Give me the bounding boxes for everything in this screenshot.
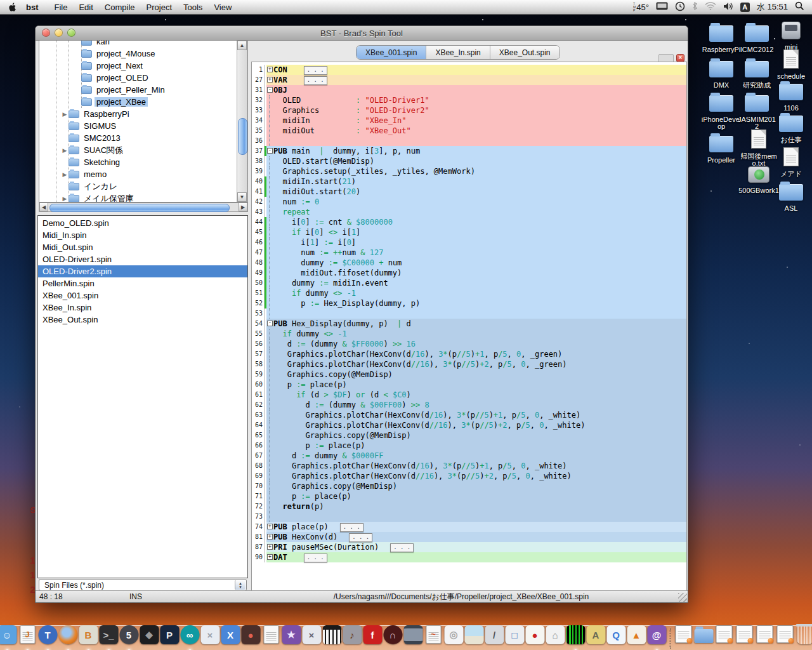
code-line-87[interactable]: 87+PRI pauseMSec(Duration). . . <box>252 542 686 552</box>
fold-toggle[interactable]: + <box>266 75 273 85</box>
close-window-button[interactable] <box>42 29 50 37</box>
desktop-icon-Propeller[interactable]: Propeller <box>701 136 742 164</box>
tree-hscroll-thumb[interactable] <box>49 204 230 212</box>
code-line-81[interactable]: 81+PUB HexConv(d). . . <box>252 532 686 542</box>
collapsed-code-button[interactable]: . . . <box>349 533 372 542</box>
dock-iphoto[interactable] <box>464 625 484 649</box>
tab-XBee_001.spin[interactable]: XBee_001.spin <box>357 46 426 59</box>
zoom-window-button[interactable] <box>67 29 75 37</box>
dock-vise-app[interactable]: ● <box>241 625 261 649</box>
code-line-70[interactable]: 70 Graphics.copy(@MemDisp) <box>252 481 686 491</box>
disclosure-triangle-icon[interactable]: ▶ <box>61 171 69 178</box>
code-line-71[interactable]: 71 p := place(p) <box>252 491 686 501</box>
tree-scroll-thumb[interactable] <box>238 118 247 155</box>
code-line-36[interactable]: 36 <box>252 136 686 146</box>
code-line-69[interactable]: 69 Graphics.plotChar(HexConv(d//16), 3*(… <box>252 471 686 481</box>
dock-pinwheel-app[interactable]: × <box>200 625 220 649</box>
dock-vlc[interactable]: ▲ <box>627 625 646 649</box>
file-item-OLED-Driver1.spin[interactable]: OLED-Driver1.spin <box>38 253 247 265</box>
dock-pepper-app[interactable]: ● <box>525 625 545 649</box>
tree-item-project_4Mouse[interactable]: project_4Mouse <box>39 48 237 60</box>
code-line-38[interactable]: 38 OLED.start(@MemDisp) <box>252 156 686 166</box>
dock-xcode[interactable]: X <box>221 625 240 649</box>
dock-midi-keyboard[interactable] <box>322 625 342 649</box>
menu-project[interactable]: Project <box>147 3 172 12</box>
code-line-33[interactable]: 33 Graphics : "OLED-Driver2" <box>252 105 686 116</box>
scroll-down-arrow[interactable]: ▼ <box>237 192 247 202</box>
tree-vertical-scrollbar[interactable]: ▲ ▼ <box>237 41 247 202</box>
dock-finder[interactable]: ☺ <box>0 625 17 649</box>
menu-tools[interactable]: Tools <box>183 3 202 12</box>
minimize-window-button[interactable] <box>55 29 63 37</box>
dock-bst[interactable]: B <box>79 625 98 649</box>
dock-purple-app[interactable]: ★ <box>282 625 301 649</box>
disclosure-triangle-icon[interactable]: ▶ <box>61 196 69 202</box>
spotlight-icon[interactable] <box>795 1 804 13</box>
desktop-icon-ASL[interactable]: ASL <box>771 184 811 212</box>
tree-item-SIGMUS[interactable]: SIGMUS <box>39 120 237 132</box>
file-item-PellerMin.spin[interactable]: PellerMin.spin <box>38 277 247 289</box>
code-line-47[interactable]: 47 num := ++num & 127 <box>252 248 686 258</box>
dock-min-window-1[interactable] <box>674 625 693 649</box>
tree-item-kari[interactable]: kari <box>39 40 237 48</box>
disclosure-triangle-icon[interactable]: ▶ <box>61 111 69 117</box>
window-title-bar[interactable]: BST - Brad's Spin Tool <box>36 26 688 41</box>
fold-toggle[interactable]: + <box>266 65 273 75</box>
time-machine-icon[interactable] <box>675 1 685 13</box>
tree-item-インカレ[interactable]: インカレ <box>39 180 237 192</box>
dock-min-folder[interactable] <box>694 625 714 649</box>
dock-journler[interactable]: J <box>18 625 37 649</box>
dock-min-window-3[interactable] <box>735 625 754 649</box>
dock-ipod[interactable]: ◎ <box>444 625 464 649</box>
dock-flash[interactable]: f <box>363 625 383 649</box>
code-line-32[interactable]: 32 OLED : "OLED-Driver1" <box>252 95 686 105</box>
dock-text-editor[interactable] <box>261 625 281 649</box>
code-line-66[interactable]: 66 p := place(p) <box>252 441 686 451</box>
apple-menu[interactable] <box>9 3 17 12</box>
code-line-40[interactable]: 40 midiIn.start(21) <box>252 176 686 187</box>
code-line-48[interactable]: 48 dummy := $C00000 + num <box>252 258 686 268</box>
tree-item-RaspberryPi[interactable]: ▶RaspberryPi <box>39 108 237 120</box>
dock-spectrum-analyzer[interactable] <box>566 625 586 649</box>
code-line-44[interactable]: 44 i[0] := cnt & $8000000 <box>252 217 686 227</box>
tree-item-memo[interactable]: ▶memo <box>39 168 237 180</box>
tree-item-project_Next[interactable]: project_Next <box>39 60 237 72</box>
dock-thunderbird[interactable]: T <box>38 625 58 649</box>
file-item-XBee_001.spin[interactable]: XBee_001.spin <box>38 289 247 302</box>
dock-clip-app[interactable]: × <box>302 625 322 649</box>
dock-headphones-app[interactable]: ∩ <box>383 625 403 649</box>
menu-view[interactable]: View <box>214 3 232 12</box>
dock-trash[interactable] <box>796 625 812 649</box>
window-resize-grip[interactable] <box>678 593 687 602</box>
code-line-37[interactable]: 37-PUB main | dummy, i[3], p, num <box>252 146 686 156</box>
collapsed-code-button[interactable]: . . . <box>390 543 414 552</box>
collapsed-code-button[interactable]: . . . <box>304 554 327 562</box>
dock-processing[interactable]: P <box>160 625 180 649</box>
dock-min-window-5[interactable] <box>775 625 795 649</box>
display-menu-icon[interactable] <box>656 2 668 12</box>
collapsed-code-button[interactable]: . . . <box>304 76 327 85</box>
code-line-62[interactable]: 62 d := (dummy & $00FF00) >> 8 <box>252 400 686 410</box>
spin-file-list[interactable]: Demo_OLED.spinMidi_In.spinMidi_Out.spinO… <box>37 215 248 578</box>
temperature-widget[interactable]: TMP 45° <box>633 3 649 12</box>
dock-quicktime[interactable]: Q <box>606 625 626 649</box>
code-line-53[interactable]: 53 <box>252 308 686 319</box>
fold-toggle[interactable]: - <box>266 85 273 95</box>
fold-toggle[interactable]: + <box>266 552 273 562</box>
code-line-65[interactable]: 65 Graphics.copy(@MemDisp) <box>252 430 686 441</box>
input-source-badge[interactable]: A <box>740 3 750 12</box>
tree-item-project_OLED[interactable]: project_OLED <box>39 72 237 84</box>
code-line-57[interactable]: 57 Graphics.plotChar(HexConv(d/16), 3*(p… <box>252 349 686 359</box>
desktop-icon-mini[interactable]: mini <box>771 22 811 51</box>
wifi-icon[interactable] <box>705 2 716 12</box>
dock-mail-purple[interactable]: @ <box>647 625 667 649</box>
active-app-name[interactable]: bst <box>26 3 39 12</box>
tree-item-メイル保管庫[interactable]: ▶メイル保管庫 <box>39 192 237 202</box>
code-line-35[interactable]: 35 midiOut : "XBee_Out" <box>252 126 686 136</box>
file-item-Midi_Out.spin[interactable]: Midi_Out.spin <box>38 241 247 253</box>
menu-compile[interactable]: Compile <box>105 3 135 12</box>
code-line-55[interactable]: 55 if dummy <> -1 <box>252 329 686 339</box>
menu-file[interactable]: File <box>55 3 68 12</box>
dock-imovie[interactable] <box>403 625 423 649</box>
bluetooth-icon[interactable] <box>692 1 698 13</box>
